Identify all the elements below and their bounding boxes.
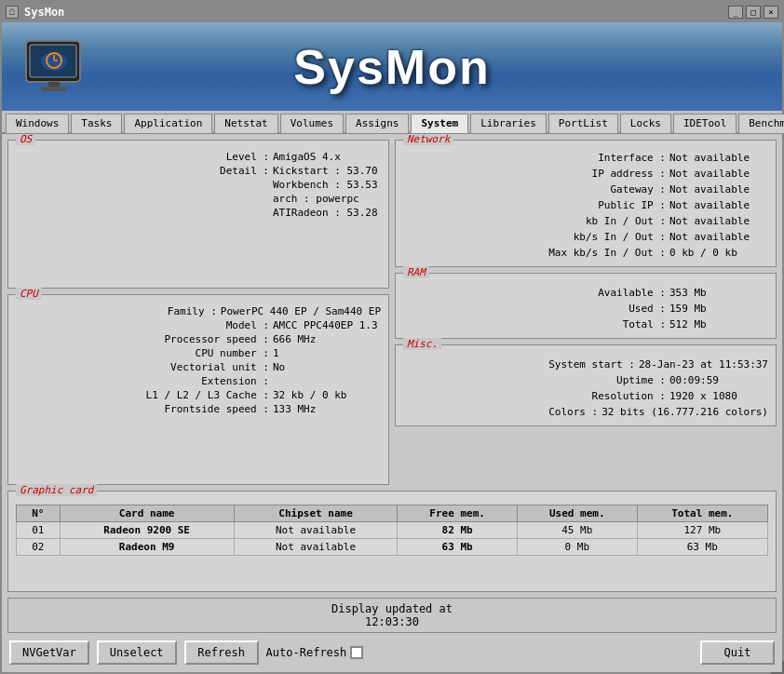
window-icon: ☖ [6,6,19,19]
net-maxkbs-label: Max kb/s In / Out : [548,247,666,259]
ram-used-label: Used : [591,303,666,315]
tab-netstat[interactable]: Netstat [214,114,277,133]
tab-volumes[interactable]: Volumes [280,114,344,133]
tab-tasks[interactable]: Tasks [71,114,122,133]
refresh-button[interactable]: Refresh [184,640,259,665]
quit-button[interactable]: Quit [700,640,775,665]
net-maxkbs-value: 0 kb / 0 kb [666,247,768,259]
banner: SysMon [2,22,782,111]
cpu-number-label: CPU number : [196,347,269,359]
ram-row-available: Available : 353 Mb [403,285,768,301]
tab-system[interactable]: System [411,114,468,133]
minimize-button[interactable]: _ [728,6,743,19]
net-publicip-value: Not available [666,199,768,211]
net-kb-label: kb In / Out : [573,215,666,227]
cpu-row-frontside: Frontside speed : 133 MHz [16,402,381,416]
tab-idetool[interactable]: IDETool [673,114,737,133]
title-bar: ☖ SysMon _ □ × [2,2,782,22]
misc-section: Misc. System start : 28-Jan-23 at 11:53:… [395,344,777,426]
status-bar: Display updated at 12:03:30 [7,598,777,633]
gpu-row1-num: 01 [17,522,61,539]
tab-assigns[interactable]: Assigns [345,114,409,133]
gpu-row2-num: 02 [17,539,61,556]
misc-row-resolution: Resolution : 1920 x 1080 [403,388,768,404]
gpu-row2-total: 63 Mb [637,539,767,556]
resize-handle[interactable] [771,661,784,674]
status-line1: Display updated at [12,602,772,615]
net-publicip-label: Public IP : [573,199,666,211]
maximize-button[interactable]: □ [746,6,761,19]
cpu-frontside-value: 133 MHz [269,403,381,415]
os-detail-label: Detail : [220,165,269,177]
net-ip-label: IP address : [573,168,666,180]
gpu-row1-chipset: Not available [234,522,398,539]
gpu-row-2: 02 Radeon M9 Not available 63 Mb 0 Mb 63… [17,539,768,556]
gpu-row2-chipset: Not available [234,539,398,556]
misc-row-uptime: Uptime : 00:09:59 [403,372,768,388]
gpu-table: N° Card name Chipset name Free mem. Used… [16,505,768,556]
network-section: Network Interface : Not available IP add… [395,140,777,267]
gpu-col-num: N° [17,506,61,522]
misc-resolution-label: Resolution : [573,390,666,402]
misc-uptime-value: 00:09:59 [666,374,768,386]
ram-available-value: 353 Mb [666,287,768,299]
cpu-vec-value: No [269,361,381,373]
cpu-number-value: 1 [269,347,381,359]
app-title: SysMon [293,39,490,95]
cpu-model-value: AMCC PPC440EP 1.3 [269,319,381,331]
auto-refresh-checkbox[interactable] [350,646,363,659]
os-level-label: Level : [226,151,269,163]
auto-refresh-area: Auto-Refresh [266,646,364,659]
window-controls: _ □ × [728,6,778,19]
net-row-kbs: kb/s In / Out : Not available [403,229,768,245]
tab-application[interactable]: Application [124,114,212,133]
os-row-level: Level : AmigaOS 4.x [16,150,381,164]
gpu-row2-free: 63 Mb [398,539,518,556]
cpu-row-speed: Processor speed : 666 MHz [16,332,381,346]
graphic-section: Graphic card N° Card name Chipset name F… [7,491,777,592]
os-row-ati: ATIRadeon : 53.28 [16,206,381,220]
misc-row-start: System start : 28-Jan-23 at 11:53:37 [403,357,768,372]
cpu-section: CPU Family : PowerPC 440 EP / Sam440 EP … [7,294,389,485]
nvgetvar-button[interactable]: NVGetVar [9,640,89,665]
auto-refresh-label: Auto-Refresh [266,646,347,659]
cpu-vec-label: Vectorial unit : [170,361,269,373]
os-detail-value: Kickstart : 53.70 [269,165,381,177]
window-title: SysMon [24,6,723,19]
gpu-col-used: Used mem. [517,506,637,522]
misc-colors-label: Colors : [505,406,598,418]
os-section: OS Level : AmigaOS 4.x Detail : Kickstar… [7,140,389,289]
net-gateway-label: Gateway : [573,183,666,195]
cpu-row-number: CPU number : 1 [16,346,381,360]
network-section-title: Network [403,134,453,145]
svg-rect-6 [48,82,60,87]
net-gateway-value: Not available [666,183,768,195]
os-workbench-value: Workbench : 53.53 [269,179,381,191]
tab-benchmark[interactable]: Benchmark [738,114,784,133]
ram-row-used: Used : 159 Mb [403,301,768,317]
status-line2: 12:03:30 [12,615,772,628]
gpu-row1-total: 127 Mb [637,522,767,539]
os-section-title: OS [16,134,35,145]
app-logo-icon [20,34,88,101]
ram-row-total: Total : 512 Mb [403,317,768,332]
misc-section-title: Misc. [403,338,441,350]
unselect-button[interactable]: Unselect [97,640,177,665]
tab-windows[interactable]: Windows [6,114,69,133]
gpu-row-1: 01 Radeon 9200 SE Not available 82 Mb 45… [17,522,768,539]
close-button[interactable]: × [764,6,778,19]
net-row-gateway: Gateway : Not available [403,182,768,197]
gpu-table-header: N° Card name Chipset name Free mem. Used… [17,506,768,522]
net-interface-value: Not available [666,152,768,164]
gpu-row2-used: 0 Mb [517,539,637,556]
ram-available-label: Available : [591,287,666,299]
tab-bar: Windows Tasks Application Netstat Volume… [2,111,782,134]
cpu-row-cache: L1 / L2 / L3 Cache : 32 kb / 0 kb [16,388,381,402]
net-row-ip: IP address : Not available [403,166,768,182]
tab-libraries[interactable]: Libraries [470,114,547,133]
bottom-bar: NVGetVar Unselect Refresh Auto-Refresh Q… [2,637,782,672]
misc-start-label: System start : [542,358,635,371]
tab-locks[interactable]: Locks [620,114,671,133]
svg-rect-7 [41,87,67,91]
tab-portlist[interactable]: PortList [548,114,618,133]
